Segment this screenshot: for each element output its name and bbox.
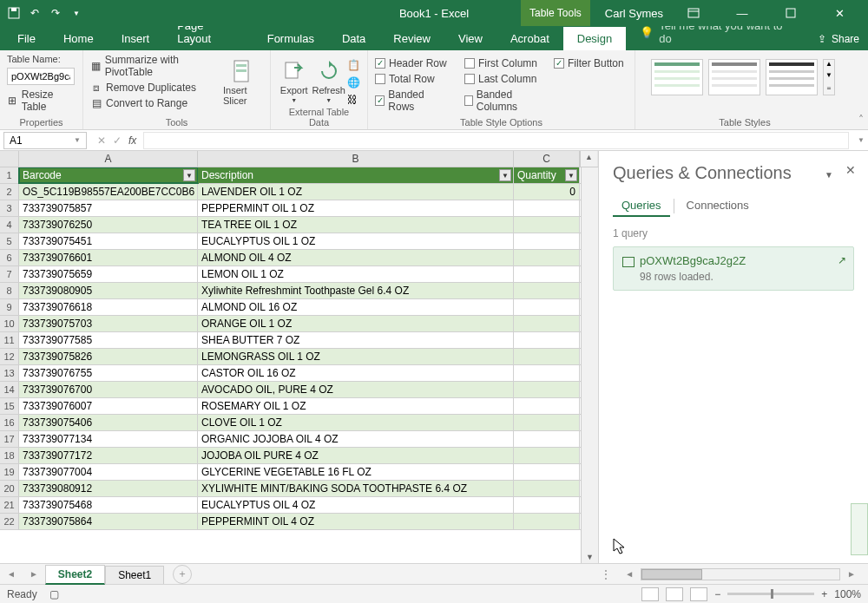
cell-description[interactable]: ORANGE OIL 1 OZ bbox=[198, 316, 514, 331]
gallery-scroll-up-icon[interactable]: ▲ bbox=[824, 60, 834, 71]
table-styles-gallery[interactable]: ▲ ▼ ＝ bbox=[642, 54, 847, 95]
cell-barcode[interactable]: 733739075659 bbox=[19, 266, 198, 282]
cell-barcode[interactable]: OS_5C119B98557EA200BE7CC0B6 bbox=[19, 184, 198, 200]
cell-quantity[interactable] bbox=[514, 299, 580, 315]
row-header[interactable]: 6 bbox=[0, 250, 19, 265]
row-header[interactable]: 1 bbox=[0, 167, 19, 183]
cell-quantity[interactable] bbox=[514, 332, 580, 348]
scroll-up-icon[interactable]: ▲ bbox=[581, 151, 597, 163]
minimize-button[interactable]: ― bbox=[724, 0, 760, 26]
row-header[interactable]: 17 bbox=[0, 431, 19, 447]
cell-description[interactable]: SHEA BUTTER 7 OZ bbox=[198, 332, 514, 348]
cell-quantity[interactable] bbox=[514, 316, 580, 331]
pane-options-icon[interactable]: ▼ bbox=[825, 170, 833, 180]
table-header-barcode[interactable]: Barcode▼ bbox=[19, 167, 198, 183]
filter-button-checkbox[interactable]: Filter Button bbox=[554, 57, 628, 69]
cell-description[interactable]: PEPPERMINT OIL 4 OZ bbox=[198, 514, 514, 529]
cell-description[interactable]: LAVENDER OIL 1 OZ bbox=[198, 184, 514, 200]
cell-quantity[interactable] bbox=[514, 481, 580, 496]
tab-design[interactable]: Design bbox=[563, 27, 626, 50]
cell-description[interactable]: GLYCERINE VEGETABLE 16 FL OZ bbox=[198, 464, 514, 480]
cell-description[interactable]: EUCALYPTUS OIL 4 OZ bbox=[198, 497, 514, 513]
zoom-level[interactable]: 100% bbox=[834, 588, 861, 600]
convert-to-range-button[interactable]: ▤Convert to Range bbox=[90, 97, 218, 109]
zoom-out-button[interactable]: − bbox=[714, 588, 720, 600]
remove-duplicates-button[interactable]: ⧈Remove Duplicates bbox=[90, 82, 218, 94]
cell-barcode[interactable]: 733739077134 bbox=[19, 431, 198, 447]
row-header[interactable]: 15 bbox=[0, 398, 19, 414]
cell-description[interactable]: JOJOBA OIL PURE 4 OZ bbox=[198, 448, 514, 463]
row-header[interactable]: 16 bbox=[0, 415, 19, 430]
sheet-nav-prev-icon[interactable]: ◄ bbox=[0, 569, 23, 579]
row-header[interactable]: 3 bbox=[0, 200, 19, 216]
enter-icon[interactable]: ✓ bbox=[113, 134, 122, 147]
cell-quantity[interactable]: 0 bbox=[514, 184, 580, 200]
cell-quantity[interactable] bbox=[514, 250, 580, 265]
share-icon[interactable]: ⇪ bbox=[818, 33, 826, 45]
gallery-scroll-down-icon[interactable]: ▼ bbox=[824, 71, 834, 82]
tab-data[interactable]: Data bbox=[328, 27, 379, 50]
close-pane-button[interactable]: ✕ bbox=[845, 163, 856, 177]
cell-quantity[interactable] bbox=[514, 349, 580, 364]
export-button[interactable]: Export▼ bbox=[278, 54, 310, 107]
zoom-slider[interactable] bbox=[727, 593, 814, 595]
row-header[interactable]: 10 bbox=[0, 316, 19, 331]
cell-description[interactable]: PEPPERMINT OIL 1 OZ bbox=[198, 200, 514, 216]
cell-barcode[interactable]: 733739076700 bbox=[19, 382, 198, 397]
cell-description[interactable]: EUCALYPTUS OIL 1 OZ bbox=[198, 233, 514, 249]
column-header-a[interactable]: A bbox=[19, 151, 198, 167]
cell-description[interactable]: Xyliwhite Refreshmint Toothpaste Gel 6.4… bbox=[198, 283, 514, 298]
cell-quantity[interactable] bbox=[514, 365, 580, 381]
cell-description[interactable]: ALMOND OIL 4 OZ bbox=[198, 250, 514, 265]
cell-quantity[interactable] bbox=[514, 415, 580, 430]
cell-quantity[interactable] bbox=[514, 217, 580, 233]
tab-view[interactable]: View bbox=[444, 27, 496, 50]
total-row-checkbox[interactable]: Total Row bbox=[375, 73, 449, 85]
cell-quantity[interactable] bbox=[514, 233, 580, 249]
hscroll-right-icon[interactable]: ► bbox=[840, 569, 863, 579]
tab-review[interactable]: Review bbox=[379, 27, 444, 50]
open-browser-icon[interactable]: 🌐 bbox=[347, 76, 360, 88]
cell-description[interactable]: ORGANIC JOJOBA OIL 4 OZ bbox=[198, 431, 514, 447]
normal-view-button[interactable] bbox=[641, 587, 659, 601]
cell-barcode[interactable]: 733739075406 bbox=[19, 415, 198, 430]
properties-small-icon[interactable]: 📋 bbox=[347, 59, 360, 71]
redo-icon[interactable]: ↷ bbox=[49, 6, 62, 20]
cell-barcode[interactable]: 733739077172 bbox=[19, 448, 198, 463]
sheet-tab-sheet1[interactable]: Sheet1 bbox=[105, 566, 164, 584]
page-layout-view-button[interactable] bbox=[666, 587, 683, 601]
insert-slicer-button[interactable]: Insert Slicer bbox=[223, 54, 263, 117]
tab-acrobat[interactable]: Acrobat bbox=[496, 27, 563, 50]
cell-description[interactable]: XYLIWHITE MINT/BAKING SODA TOOTHPASTE 6.… bbox=[198, 481, 514, 496]
cell-description[interactable]: CLOVE OIL 1 OZ bbox=[198, 415, 514, 430]
cell-barcode[interactable]: 733739080912 bbox=[19, 481, 198, 496]
row-header[interactable]: 5 bbox=[0, 233, 19, 249]
refresh-button[interactable]: Refresh▼ bbox=[312, 54, 345, 107]
query-open-icon[interactable]: ↗ bbox=[838, 254, 846, 266]
row-header[interactable]: 21 bbox=[0, 497, 19, 513]
filter-dropdown-icon[interactable]: ▼ bbox=[183, 169, 195, 181]
table-header-quantity[interactable]: Quantity▼ bbox=[514, 167, 580, 183]
header-row-checkbox[interactable]: Header Row bbox=[375, 57, 449, 69]
cell-barcode[interactable]: 733739076618 bbox=[19, 299, 198, 315]
cell-quantity[interactable] bbox=[514, 266, 580, 282]
cell-barcode[interactable]: 733739076601 bbox=[19, 250, 198, 265]
cell-description[interactable]: LEMON OIL 1 OZ bbox=[198, 266, 514, 282]
cell-barcode[interactable]: 733739075826 bbox=[19, 349, 198, 364]
sheet-tab-sheet2[interactable]: Sheet2 bbox=[45, 565, 105, 585]
cell-description[interactable]: LEMONGRASS OIL 1 OZ bbox=[198, 349, 514, 364]
row-header[interactable]: 8 bbox=[0, 283, 19, 298]
macro-record-icon[interactable]: ▢ bbox=[49, 588, 59, 600]
cell-quantity[interactable] bbox=[514, 382, 580, 397]
row-header[interactable]: 13 bbox=[0, 365, 19, 381]
cell-description[interactable]: AVOCADO OIL, PURE 4 OZ bbox=[198, 382, 514, 397]
cell-barcode[interactable]: 733739076250 bbox=[19, 217, 198, 233]
row-header[interactable]: 4 bbox=[0, 217, 19, 233]
connections-tab[interactable]: Connections bbox=[678, 195, 758, 217]
unlink-icon[interactable]: ⛓ bbox=[347, 94, 360, 106]
first-column-checkbox[interactable]: First Column bbox=[464, 57, 538, 69]
cell-quantity[interactable] bbox=[514, 398, 580, 414]
table-style-swatch[interactable] bbox=[766, 59, 818, 95]
new-sheet-button[interactable]: ＋ bbox=[173, 565, 192, 584]
table-name-input[interactable] bbox=[7, 68, 75, 85]
